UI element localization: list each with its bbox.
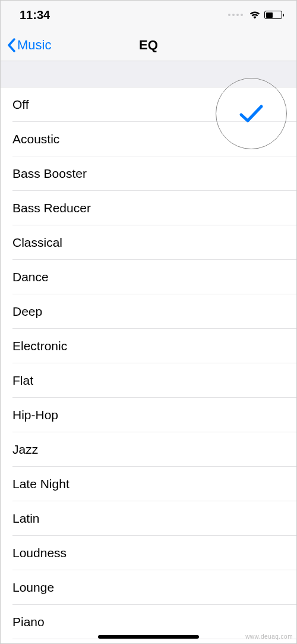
eq-option-label: Jazz [12, 442, 38, 457]
status-bar: 11:34 [1, 1, 296, 29]
eq-option-label: Deep [12, 304, 42, 319]
eq-option-bass-reducer[interactable]: Bass Reducer [1, 191, 296, 225]
eq-option-label: Loudness [12, 546, 67, 560]
section-header-gap [1, 61, 296, 87]
eq-option-lounge[interactable]: Lounge [1, 570, 296, 605]
eq-option-label: Off [12, 98, 29, 112]
eq-option-label: Bass Reducer [12, 201, 91, 215]
home-indicator[interactable] [98, 635, 199, 639]
navigation-bar: Music EQ [1, 29, 296, 61]
watermark: www.deuaq.com [245, 633, 293, 640]
eq-option-label: Latin [12, 511, 40, 526]
eq-option-late-night[interactable]: Late Night [1, 467, 296, 501]
eq-option-off[interactable]: Off [1, 87, 296, 122]
eq-option-hip-hop[interactable]: Hip-Hop [1, 398, 296, 432]
chevron-left-icon [7, 37, 16, 53]
eq-option-label: Acoustic [12, 132, 59, 146]
eq-option-label: Late Night [12, 477, 69, 491]
eq-option-deep[interactable]: Deep [1, 294, 296, 329]
eq-option-label: Electronic [12, 339, 67, 353]
eq-option-label: Dance [12, 270, 49, 284]
eq-option-label: Hip-Hop [12, 408, 58, 422]
status-indicators [228, 11, 282, 20]
eq-option-dance[interactable]: Dance [1, 260, 296, 294]
back-button[interactable]: Music [7, 37, 51, 53]
cellular-dots-icon [228, 14, 243, 16]
eq-option-label: Lounge [12, 580, 54, 595]
eq-option-label: Bass Booster [12, 167, 87, 181]
battery-icon [264, 11, 282, 19]
eq-option-loudness[interactable]: Loudness [1, 536, 296, 570]
back-label: Music [17, 37, 51, 53]
eq-option-flat[interactable]: Flat [1, 363, 296, 398]
page-title: EQ [139, 37, 158, 53]
eq-option-label: Classical [12, 235, 62, 250]
eq-option-classical[interactable]: Classical [1, 225, 296, 260]
eq-option-electronic[interactable]: Electronic [1, 329, 296, 363]
eq-option-jazz[interactable]: Jazz [1, 432, 296, 467]
wifi-icon [249, 11, 261, 20]
eq-option-latin[interactable]: Latin [1, 501, 296, 536]
eq-option-acoustic[interactable]: Acoustic [1, 122, 296, 156]
eq-list: Off Acoustic Bass Booster Bass Reducer C… [1, 87, 296, 639]
eq-option-label: Flat [12, 373, 33, 388]
eq-option-bass-booster[interactable]: Bass Booster [1, 156, 296, 191]
eq-option-label: Piano [12, 615, 45, 629]
status-time: 11:34 [20, 8, 50, 22]
